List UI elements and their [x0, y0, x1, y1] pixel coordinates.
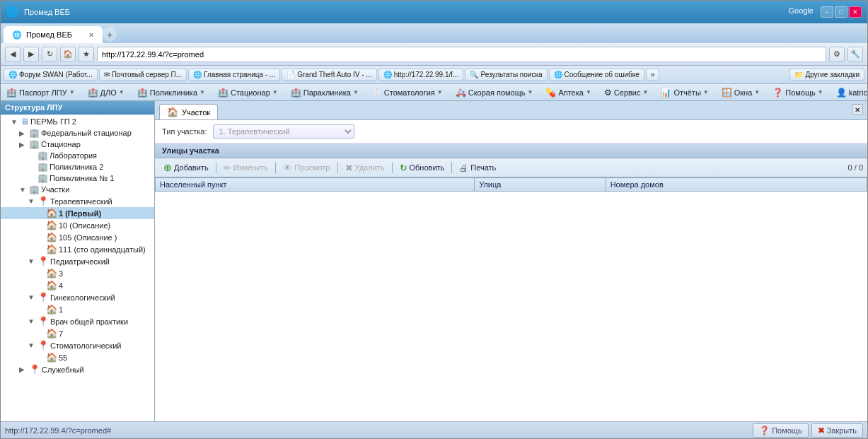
tree-item-poly1[interactable]: 🏢 Поликлиника № 1: [1, 172, 154, 184]
tree-item-uchastki[interactable]: ▼ 🏢 Участки: [1, 184, 154, 195]
tree-item-poly2[interactable]: 🏢 Поликлиника 2: [1, 161, 154, 172]
tree-toggle-uchastki[interactable]: ▼: [19, 186, 28, 194]
tree-item-3[interactable]: 🏠 3: [1, 267, 154, 279]
bookmark-search[interactable]: 🔍Результаты поиска: [465, 69, 547, 81]
menu-dlo[interactable]: 🏥 ДЛО ▼: [83, 86, 129, 99]
address-bar[interactable]: [97, 47, 826, 62]
menu-button[interactable]: ⚙: [829, 47, 845, 62]
menu-reports[interactable]: 📊 Отчёты ▼: [656, 86, 712, 99]
tree-toggle-sluzh[interactable]: ▶: [19, 365, 28, 373]
tree-label-root: ПЕРМЬ ГП 2: [30, 117, 76, 126]
tree-item-111[interactable]: 🏠 111 (сто одиннадцатый): [1, 243, 154, 255]
tree-label-55: 55: [59, 353, 67, 362]
menu-stomatology[interactable]: 🦷 Стоматология ▼: [367, 86, 447, 99]
tree-item-7[interactable]: 🏠 7: [1, 327, 154, 339]
tree-label-111: 111 (сто одиннадцатый): [59, 245, 146, 254]
menu-passport[interactable]: 🏥 Паспорт ЛПУ ▼: [2, 86, 79, 99]
folder-icon-lab: 🏢: [37, 151, 48, 160]
close-window-button[interactable]: ✕: [849, 6, 862, 18]
menu-service[interactable]: ⚙ Сервис ▼: [600, 86, 653, 99]
tree-toggle-root[interactable]: ▼: [11, 118, 19, 126]
edit-label: Изменить: [233, 163, 269, 172]
forward-button[interactable]: ▶: [23, 47, 39, 62]
tree-toggle-stationar[interactable]: ▶: [19, 141, 28, 148]
bookmark-ip1[interactable]: 🌐http://172.22.99.1/f...: [378, 69, 464, 81]
application-menubar: 🏥 Паспорт ЛПУ ▼ 🏥 ДЛО ▼ 🏥 Поликлиника ▼ …: [1, 84, 867, 101]
edit-button[interactable]: ✏ Изменить: [219, 161, 273, 175]
help-status-icon: ❓: [759, 426, 770, 435]
google-label: Google: [789, 6, 814, 18]
house-icon-3: 🏠: [46, 268, 57, 279]
tree-item-1[interactable]: 🏠 1 (Первый): [1, 207, 154, 219]
reload-button[interactable]: ↻: [42, 47, 57, 62]
tree-item-55[interactable]: 🏠 55: [1, 351, 154, 363]
tree-item-10[interactable]: 🏠 10 (Описание): [1, 219, 154, 231]
menu-paraclinic[interactable]: 🏥 Параклиника ▼: [287, 86, 363, 99]
help-status-label: Помощь: [772, 426, 802, 435]
maximize-button[interactable]: □: [835, 6, 847, 18]
menu-stationar[interactable]: 🏥 Стационар ▼: [214, 86, 282, 99]
tree-toggle-ginekol[interactable]: ▼: [28, 293, 36, 301]
right-panel: 🏠 Участок ✕ Тип участка: 1. Терапевтичес…: [155, 101, 867, 421]
tree-panel-header: Структура ЛПУ: [1, 101, 154, 115]
form-type-select[interactable]: 1. Терапевтический: [213, 124, 354, 139]
tree-label-4: 4: [59, 281, 63, 290]
tab-close-button[interactable]: ✕: [88, 31, 94, 39]
tree-item-pediatr[interactable]: ▼ 📍 Педиатрический: [1, 255, 154, 267]
tree-item-federal[interactable]: ▶ 🏢 Федеральный стационар: [1, 127, 154, 139]
bookmark-error[interactable]: 🌐Сообщение об ошибке: [549, 69, 644, 81]
bookmark-forum[interactable]: 🌐Форум SWAN (Работ...: [4, 69, 98, 81]
bookmark-star[interactable]: ★: [79, 47, 94, 62]
menu-ambulance[interactable]: 🚑 Скорая помощь ▼: [451, 86, 538, 99]
tree-toggle-pediatr[interactable]: ▼: [28, 257, 36, 265]
close-status-button[interactable]: ✖ Закрыть: [811, 423, 863, 438]
refresh-button[interactable]: ↻ Обновить: [395, 161, 449, 175]
view-button[interactable]: 👁 Просмотр: [279, 161, 334, 175]
panel-close-button[interactable]: ✕: [852, 104, 863, 115]
tree-item-root[interactable]: ▼ 🖥 ПЕРМЬ ГП 2: [1, 116, 154, 127]
active-tab[interactable]: 🌐 Промед ВЕБ ✕: [4, 26, 103, 43]
tree-toggle-vrach[interactable]: ▼: [28, 317, 36, 325]
bookmark-mail[interactable]: ✉Почтовый сервер П...: [99, 69, 187, 81]
menu-help[interactable]: ❓ Помощь ▼: [768, 86, 827, 99]
new-tab-button[interactable]: +: [103, 28, 117, 42]
tree-item-stomat[interactable]: ▼ 📍 Стоматологический: [1, 339, 154, 351]
menu-pharmacy[interactable]: 💊 Аптека ▼: [541, 86, 595, 99]
marker-icon-pediatr: 📍: [37, 256, 49, 267]
help-status-button[interactable]: ❓ Помощь: [753, 423, 809, 438]
bookmark-gta[interactable]: 📄Grand Theft Auto IV - ...: [282, 69, 376, 81]
add-button[interactable]: ⊕ Добавить: [159, 160, 213, 175]
minimize-button[interactable]: −: [821, 6, 833, 18]
table-container: Населенный пункт Улица Номера домов: [155, 177, 867, 421]
extensions-button[interactable]: 🔧: [847, 47, 863, 62]
house-icon-55: 🏠: [46, 352, 57, 363]
toolbar-sep-5: [451, 162, 452, 173]
tree-toggle-federal[interactable]: ▶: [19, 129, 28, 137]
tree-item-sluzh[interactable]: ▶ 📍 Служебный: [1, 363, 154, 375]
tree-item-lab[interactable]: 🏢 Лаборатория: [1, 150, 154, 161]
bookmark-other[interactable]: 📁Другие закладки: [789, 69, 864, 81]
bookmark-more[interactable]: »: [646, 69, 660, 81]
menu-windows[interactable]: 🪟 Окна ▼: [717, 86, 764, 99]
col-house-numbers: Номера домов: [606, 178, 867, 192]
tree-item-terapevt[interactable]: ▼ 📍 Терапевтический: [1, 195, 154, 207]
menu-user[interactable]: 👤 katrichy ▼: [832, 86, 868, 99]
menu-polyclinic[interactable]: 🏥 Поликлиника ▼: [133, 86, 209, 99]
bookmark-main[interactable]: 🌐Главная страница - ...: [188, 69, 280, 81]
tree-item-vrach[interactable]: ▼ 📍 Врач общей практики: [1, 315, 154, 327]
toolbar-sep-2: [275, 162, 276, 173]
print-button[interactable]: 🖨 Печать: [455, 161, 500, 175]
tree-item-stationar[interactable]: ▶ 🏢 Стационар: [1, 139, 154, 150]
tree-item-ginek-1[interactable]: 🏠 1: [1, 303, 154, 315]
tree-toggle-terapevt[interactable]: ▼: [28, 197, 36, 205]
data-toolbar: ⊕ Добавить ✏ Изменить 👁 Просмотр: [155, 158, 867, 177]
tree-item-4[interactable]: 🏠 4: [1, 279, 154, 291]
toolbar-sep-3: [337, 162, 338, 173]
panel-tab-uchastok[interactable]: 🏠 Участок: [159, 104, 218, 119]
tree-item-ginekol[interactable]: ▼ 📍 Гинекологический: [1, 291, 154, 303]
back-button[interactable]: ◀: [5, 47, 21, 62]
tree-toggle-stomat[interactable]: ▼: [28, 341, 36, 349]
tree-item-105[interactable]: 🏠 105 (Описание ): [1, 231, 154, 243]
delete-button[interactable]: ✖ Удалить: [341, 161, 389, 175]
home-button[interactable]: 🏠: [60, 47, 76, 62]
